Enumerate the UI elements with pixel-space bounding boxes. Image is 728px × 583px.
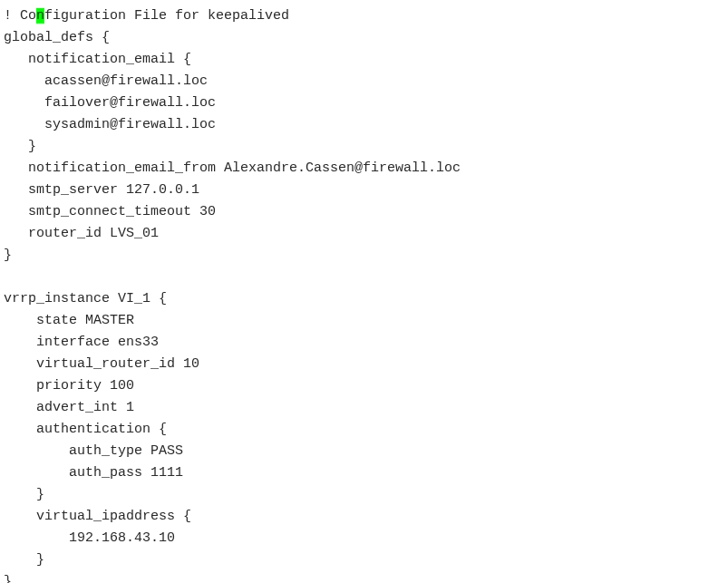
config-body: global_defs { notification_email { acass… (4, 30, 461, 583)
line1-post: figuration File for keepalived (44, 8, 289, 24)
config-file-content[interactable]: ! Configuration File for keepalived glob… (0, 0, 728, 583)
line1-pre: ! Co (4, 8, 36, 24)
text-cursor: n (36, 8, 44, 24)
